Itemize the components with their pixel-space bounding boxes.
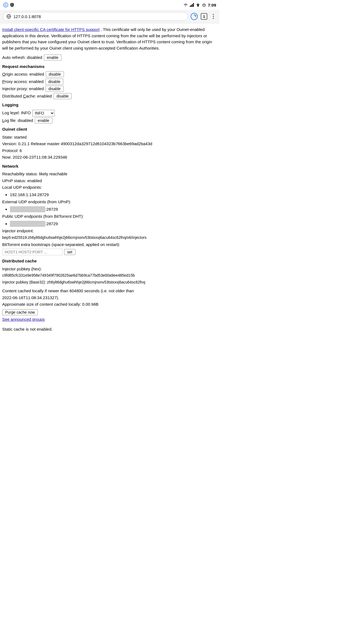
main-content: Install client-specific CA certificate f… [0, 23, 219, 337]
cert-link[interactable]: Install client-specific CA certificate f… [2, 27, 101, 32]
svg-point-12 [191, 13, 197, 20]
ouinet-version: Version: 0.21.1 Release master 4900312da… [2, 141, 217, 147]
injector-proxy-row: Injector proxy: enabled disable [2, 86, 217, 92]
wifi-icon [183, 3, 188, 7]
distributed-cache-label: Distributed Cache: enabled [2, 93, 52, 99]
static-cache-row: Static cache is not enabled. [2, 326, 217, 333]
upnp-status: UPnP status: enabled [2, 178, 217, 184]
proxy-access-row: Proxy access: enabled disable [2, 79, 217, 85]
address-bar[interactable]: 127.0.0.1:8078 [3, 12, 188, 21]
reachability-status: Reachability status: likely reachable [2, 171, 217, 177]
svg-point-16 [213, 18, 214, 19]
google-icon: G [3, 2, 8, 7]
auto-refresh-button[interactable]: enable [44, 55, 61, 61]
ouinet-protocol: Protocol: 6 [2, 148, 217, 154]
injector-pubkey-hex-value: c9fd85cfc331e9e958e749349f7902625ae6d7bb… [2, 273, 217, 278]
ouinet-client-title: Ouinet client [2, 126, 217, 133]
menu-icon[interactable] [210, 13, 217, 20]
status-time: 7:09 [208, 3, 216, 7]
distributed-cache-button[interactable]: disable [53, 93, 72, 99]
public-udp-endpoint: :28729 [10, 221, 217, 227]
svg-rect-5 [193, 3, 194, 7]
injector-pubkey-base32: Injector pubkey (Base32): zh6ylt6dghu6sw… [2, 279, 217, 285]
svg-point-14 [213, 14, 214, 15]
alarm-icon [202, 3, 206, 7]
purge-row: Purge cache now [2, 309, 217, 315]
distributed-cache-section-title: Distributed cache [2, 258, 217, 264]
injector-proxy-button[interactable]: disable [46, 86, 64, 92]
browser-actions: 1 [190, 13, 217, 20]
local-udp-label: Local UDP endpoints: [2, 184, 217, 191]
bootstrap-row: set [2, 249, 217, 255]
origin-access-row: Origin access: enabled disable [2, 71, 217, 78]
proxy-access-button[interactable]: disable [45, 79, 63, 85]
cert-link-text[interactable]: Install client-specific CA certificate f… [2, 27, 100, 32]
log-level-select[interactable]: TRACE DEBUG INFO WARN ERROR FATAL [32, 110, 55, 116]
log-level-label: Log level: INFO [2, 110, 31, 116]
ouinet-client-info: State: started Version: 0.21.1 Release m… [2, 134, 217, 161]
purge-cache-button[interactable]: Purge cache now [2, 309, 38, 315]
auto-refresh-row: Auto refresh: disabled enable [2, 55, 217, 61]
airplane-icon [196, 3, 200, 7]
public-udp-list: :28729 [2, 221, 217, 227]
origin-access-label: Origin access: enabled [2, 71, 44, 78]
svg-rect-3 [191, 5, 192, 7]
log-file-button[interactable]: enable [35, 118, 52, 124]
injector-endpoint-label: Injector endpoint: [2, 228, 217, 234]
auto-refresh-label: Auto refresh: disabled [2, 55, 42, 61]
svg-text:G: G [5, 4, 7, 7]
content-cached-line1: Content cached locally if newer than 604… [2, 288, 217, 294]
distributed-cache-row: Distributed Cache: enabled disable [2, 93, 217, 99]
see-groups-row: See announced groups [2, 316, 217, 323]
status-bar-right: 7:09 [183, 3, 216, 7]
distributed-cache-info: Injector pubkey (hex): c9fd85cfc331e9e95… [2, 266, 217, 333]
public-udp-label: Public UDP endpoints (from BitTorrent DH… [2, 213, 217, 220]
static-cache-text: Static cache is not enabled. [2, 327, 52, 331]
status-bar-left: G [3, 2, 14, 7]
external-udp-list: :28729 [2, 206, 217, 213]
request-mechanisms-title: Request mechanisms [2, 64, 217, 70]
log-file-row: Log file: disabled enable [2, 118, 217, 124]
content-cached-line2: 2022-06-16T11:08:34.231327). [2, 295, 217, 301]
approx-size: Approximate size of content cached local… [2, 301, 217, 308]
injector-proxy-label: Injector proxy: enabled [2, 86, 44, 92]
refresh-icon[interactable] [190, 13, 198, 20]
ouinet-state: State: started [2, 134, 217, 141]
bittorrent-label: BitTorrent extra bootstraps (space-separ… [2, 242, 217, 248]
injector-endpoint-value: bep5:ed25519:zh6ylt6dghu6swhhje2j66icmjn… [2, 235, 217, 241]
address-text: 127.0.0.1:8078 [13, 14, 41, 19]
shield-icon [10, 2, 14, 7]
bootstrap-set-button[interactable]: set [64, 249, 75, 255]
see-groups-link[interactable]: See announced groups [2, 317, 45, 322]
tab-count-box[interactable]: 1 [201, 13, 207, 20]
local-udp-list: 192.168.1.134:28729 [2, 192, 217, 198]
svg-rect-2 [190, 6, 191, 7]
external-udp-endpoint: :28729 [10, 206, 217, 213]
globe-icon [6, 14, 11, 19]
logging-title: Logging [2, 102, 217, 108]
cert-section: Install client-specific CA certificate f… [2, 27, 217, 51]
svg-point-15 [213, 16, 214, 17]
signal-icon [190, 3, 194, 7]
origin-access-button[interactable]: disable [46, 71, 64, 77]
proxy-access-label: Proxy access: enabled [2, 79, 44, 85]
bootstrap-input[interactable] [2, 249, 63, 255]
ouinet-now: Now: 2022-06-23T11:08:34.229346 [2, 154, 217, 161]
svg-rect-4 [192, 4, 193, 7]
local-udp-endpoint: 192.168.1.134:28729 [10, 192, 217, 198]
external-udp-label: External UDP endpoints (from UPnP): [2, 199, 217, 205]
network-info: Reachability status: likely reachable UP… [2, 171, 217, 255]
network-title: Network [2, 163, 217, 170]
status-bar: G 7:09 [0, 0, 219, 10]
injector-pubkey-hex-label: Injector pubkey (hex): [2, 266, 217, 272]
log-file-label: Log file: disabled [2, 118, 33, 124]
log-level-row: Log level: INFO TRACE DEBUG INFO WARN ER… [2, 110, 217, 116]
browser-bar: 127.0.0.1:8078 1 [0, 10, 219, 23]
